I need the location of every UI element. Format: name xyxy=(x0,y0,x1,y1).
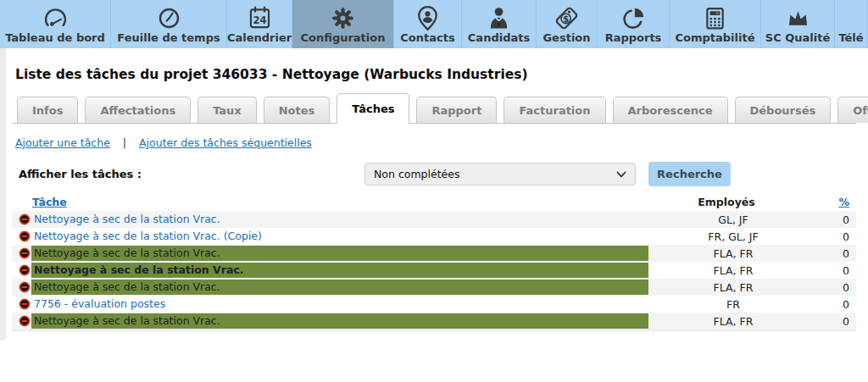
task-link[interactable]: Nettoyage à sec de la station Vrac. (Cop… xyxy=(31,229,648,244)
tab-notes[interactable]: Notes xyxy=(264,97,331,123)
tab-taux[interactable]: Taux xyxy=(198,97,257,123)
nav-item-comptabilite[interactable]: 0Comptabilité xyxy=(670,0,761,48)
top-nav: Tableau de bordFeuille de temps24Calendr… xyxy=(0,0,868,48)
employees-header: Employés xyxy=(642,196,811,208)
person-icon xyxy=(485,3,513,32)
task-link[interactable]: 7756 - évaluation postes xyxy=(31,296,648,312)
nav-item-feuille-de-temps[interactable]: Feuille de temps xyxy=(111,0,227,48)
task-link[interactable]: Nettoyage à sec de la station Vrac. xyxy=(31,246,648,261)
svg-text:24: 24 xyxy=(253,14,266,25)
row-employees: GL, JF xyxy=(648,213,818,226)
row-employees: FLA, FR xyxy=(648,264,818,277)
remove-task-icon[interactable] xyxy=(19,247,31,259)
nav-item-label: Gestion xyxy=(542,32,590,44)
row-percent: 0 xyxy=(818,264,856,277)
person-pin-icon xyxy=(414,3,442,32)
row-employees: FLA, FR xyxy=(648,281,818,294)
add-task-link[interactable]: Ajouter une tâche xyxy=(15,136,110,149)
remove-task-icon[interactable] xyxy=(19,298,31,310)
nav-item-label: Contacts xyxy=(400,32,454,44)
nav-item-contacts[interactable]: Contacts xyxy=(394,0,462,48)
remove-task-icon[interactable] xyxy=(19,230,31,242)
link-divider: | xyxy=(123,136,126,149)
nav-item-tableau-de-bord[interactable]: Tableau de bord xyxy=(0,0,111,48)
nav-item-label: Feuille de temps xyxy=(117,32,220,44)
tab-infos[interactable]: Infos xyxy=(17,97,78,123)
row-employees: FR xyxy=(648,298,818,311)
sort-by-percent-header[interactable]: % xyxy=(838,196,849,208)
remove-task-icon[interactable] xyxy=(19,281,31,293)
svg-text:$: $ xyxy=(563,14,569,24)
nav-item-label: Candidats xyxy=(468,32,530,44)
row-percent: 0 xyxy=(818,281,856,294)
selected-option: Non complétées xyxy=(374,168,459,180)
add-sequential-tasks-link[interactable]: Ajouter des tâches séquentielles xyxy=(139,136,312,149)
remove-task-icon[interactable] xyxy=(19,315,31,327)
remove-task-icon[interactable] xyxy=(19,264,31,276)
calculator-icon: 0 xyxy=(701,3,729,32)
price-tag-icon: $ xyxy=(553,3,581,32)
task-link[interactable]: Nettoyage à sec de la station Vrac. xyxy=(31,212,648,227)
row-percent: 0 xyxy=(818,298,856,311)
nav-item-label: Télé xyxy=(838,32,863,44)
nav-item-label: Rapports xyxy=(605,32,662,44)
task-table: Tâche Employés % Nettoyage à sec de la s… xyxy=(12,193,856,331)
nav-item-configuration[interactable]: Configuration xyxy=(292,0,394,48)
row-percent: 0 xyxy=(818,247,856,260)
filter-row: Afficher les tâches : Non complétées Rec… xyxy=(0,162,868,187)
tab-facturation[interactable]: Facturation xyxy=(504,97,605,123)
crown-icon xyxy=(784,3,812,32)
tab-offres-de-service[interactable]: Offres de service xyxy=(837,97,868,123)
gauge-icon xyxy=(42,3,70,32)
tab-taches[interactable]: Tâches xyxy=(337,93,409,124)
chevron-down-icon xyxy=(616,168,626,180)
nav-item-tele[interactable]: Télé xyxy=(835,0,868,48)
page-left-edge xyxy=(0,48,6,340)
calendar-icon: 24 xyxy=(246,3,274,32)
main-content: Liste des tâches du projet 346033 - Nett… xyxy=(0,67,868,331)
tab-rapport[interactable]: Rapport xyxy=(416,97,497,123)
svg-text:0: 0 xyxy=(716,11,719,15)
nav-item-gestion[interactable]: $Gestion xyxy=(537,0,598,48)
page-title: Liste des tâches du projet 346033 - Nett… xyxy=(15,67,868,82)
table-row: Nettoyage à sec de la station Vrac.FLA, … xyxy=(12,279,856,296)
nav-item-rapports[interactable]: Rapports xyxy=(598,0,670,48)
table-row: Nettoyage à sec de la station Vrac.GL, J… xyxy=(12,211,856,228)
nav-item-label: Configuration xyxy=(301,32,386,44)
row-employees: FLA, FR xyxy=(648,247,818,260)
table-header: Tâche Employés % xyxy=(12,193,856,211)
sort-by-task-header[interactable]: Tâche xyxy=(32,196,67,208)
table-body: Nettoyage à sec de la station Vrac.GL, J… xyxy=(12,211,856,329)
task-link[interactable]: Nettoyage à sec de la station Vrac. xyxy=(31,263,648,278)
tab-arborescence[interactable]: Arborescence xyxy=(613,97,728,123)
search-button[interactable]: Recherche xyxy=(648,162,731,186)
table-row: Nettoyage à sec de la station Vrac. (Cop… xyxy=(12,228,856,245)
row-percent: 0 xyxy=(818,315,856,328)
table-row: Nettoyage à sec de la station Vrac.FLA, … xyxy=(12,262,856,279)
gear-icon xyxy=(329,3,357,32)
nav-item-candidats[interactable]: Candidats xyxy=(462,0,537,48)
nav-item-label: Calendrier xyxy=(227,32,292,44)
row-percent: 0 xyxy=(818,213,856,226)
row-employees: FLA, FR xyxy=(648,315,818,328)
table-row: 7756 - évaluation postesFR0 xyxy=(12,296,856,313)
task-link[interactable]: Nettoyage à sec de la station Vrac. xyxy=(31,313,648,329)
tab-affectations[interactable]: Affectations xyxy=(85,97,191,123)
tab-debourses[interactable]: Déboursés xyxy=(735,97,832,123)
filter-label: Afficher les tâches : xyxy=(19,168,142,180)
task-actions: Ajouter une tâche | Ajouter des tâches s… xyxy=(15,136,868,149)
row-percent: 0 xyxy=(818,230,856,243)
task-link[interactable]: Nettoyage à sec de la station Vrac. xyxy=(31,280,648,295)
table-row: Nettoyage à sec de la station Vrac.FLA, … xyxy=(12,313,856,329)
remove-task-icon[interactable] xyxy=(19,213,31,225)
row-employees: FR, GL, JF xyxy=(648,230,818,243)
pie-chart-icon xyxy=(620,3,648,32)
nav-item-calendrier[interactable]: 24Calendrier xyxy=(227,0,292,48)
nav-item-label: Tableau de bord xyxy=(5,32,105,44)
nav-item-label: SC Qualité xyxy=(765,32,830,44)
nav-item-label: Comptabilité xyxy=(675,32,754,44)
nav-item-sc-qualite[interactable]: SC Qualité xyxy=(761,0,835,48)
tab-bar: InfosAffectationsTauxNotesTâchesRapportF… xyxy=(12,93,856,124)
task-filter-select[interactable]: Non complétées xyxy=(364,163,636,185)
clock-icon xyxy=(155,3,183,32)
